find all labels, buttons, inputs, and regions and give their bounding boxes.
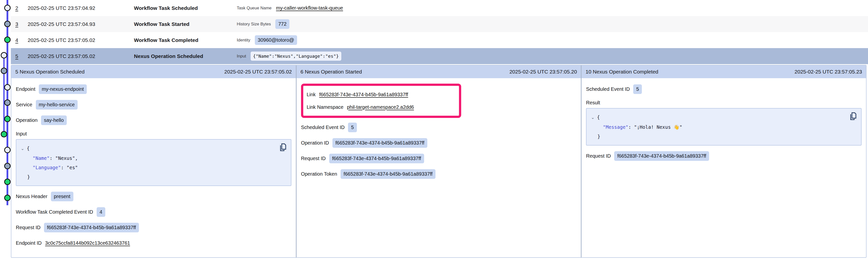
field-label: Nexus Header [16, 194, 48, 199]
nexus-operation-group: 5 Nexus Operation Scheduled 2025-02-25 U… [11, 65, 867, 258]
attribute-label: Identity [237, 38, 250, 43]
timeline-node[interactable] [5, 179, 10, 185]
event-row-5-selected[interactable]: 5 2025-02-25 UTC 23:57:05.02 Nexus Opera… [11, 48, 868, 64]
scheduled-event-id-badge: 5 [633, 84, 642, 94]
workflow-history-view: 2 2025-02-25 UTC 23:57:04.92 Workflow Ta… [0, 0, 868, 260]
attribute-value-badge: {"Name":"Nexus","Language":"es"} [251, 51, 341, 61]
field-result-label: Result [586, 99, 862, 106]
panel-body: Link f665283f-743e-4374-b45b-9a61a89337f… [297, 78, 581, 189]
timeline-node[interactable] [5, 37, 10, 43]
field-label: Workflow Task Completed Event ID [16, 209, 93, 215]
field-scheduled-event-id: Scheduled Event ID 5 [301, 122, 577, 133]
timeline-node[interactable] [5, 163, 10, 169]
event-timestamp: 2025-02-25 UTC 23:57:04.92 [28, 5, 134, 11]
json-sep: : [628, 124, 634, 130]
field-nexus-header: Nexus Header present [16, 191, 291, 202]
event-number-link[interactable]: 4 [15, 37, 28, 43]
panel-header: 10 Nexus Operation Completed 2025-02-25 … [582, 65, 866, 78]
timeline-node[interactable] [5, 147, 10, 153]
attribute-label: Input [237, 54, 246, 59]
event-row-2[interactable]: 2 2025-02-25 UTC 23:57:04.92 Workflow Ta… [11, 0, 868, 16]
event-type-label: Workflow Task Scheduled [134, 5, 237, 11]
timeline-node[interactable] [5, 85, 10, 90]
field-label: Operation ID [301, 140, 329, 146]
event-attribute: History Size Bytes 772 [237, 19, 289, 29]
event-number-link[interactable]: 3 [15, 21, 28, 27]
json-brace: } [27, 174, 30, 180]
operation-token-badge: f665283f-743e-4374-b45b-9a61a89337ff [341, 169, 435, 179]
timeline-node[interactable] [5, 116, 10, 122]
copy-icon [279, 143, 287, 151]
json-value: "es" [66, 165, 78, 170]
timeline-node[interactable] [1, 132, 7, 137]
timeline-node[interactable] [5, 195, 10, 201]
panel-nexus-operation-completed: 10 Nexus Operation Completed 2025-02-25 … [581, 65, 866, 257]
endpoint-id-link[interactable]: 3c0c75ccfa8144b092c13ce632463761 [45, 240, 130, 246]
json-key: "Name" [33, 155, 50, 161]
event-history-rows: 2 2025-02-25 UTC 23:57:04.92 Workflow Ta… [11, 0, 868, 64]
json-line: "Name": "Nexus", [21, 153, 286, 163]
field-request-id: Request ID f665283f-743e-4374-b45b-9a61a… [16, 222, 291, 233]
event-attribute: Identity 30960@totoro@ [237, 35, 297, 45]
event-number-link[interactable]: 5 [15, 53, 28, 59]
link-event-link[interactable]: f665283f-743e-4374-b45b-9a61a89337ff [319, 92, 408, 98]
timeline-node[interactable] [5, 5, 10, 11]
json-line: ⌄{ [591, 112, 857, 122]
field-label: Request ID [16, 225, 40, 230]
field-label: Link Namespace [307, 104, 344, 110]
panel-title: 10 Nexus Operation Completed [586, 69, 658, 75]
copy-button[interactable] [849, 112, 857, 120]
task-queue-link[interactable]: my-caller-workflow-task-queue [276, 5, 343, 11]
attribute-label: History Size Bytes [237, 22, 271, 27]
json-line: ⌄{ [21, 144, 286, 153]
json-brace: { [597, 114, 600, 120]
event-attribute: Input {"Name":"Nexus","Language":"es"} [237, 51, 341, 61]
field-label: Endpoint ID [16, 240, 42, 246]
field-label: Scheduled Event ID [301, 124, 345, 130]
event-number-link[interactable]: 2 [15, 5, 28, 11]
field-label: Request ID [586, 153, 611, 159]
panel-nexus-operation-started: 6 Nexus Operation Started 2025-02-25 UTC… [296, 65, 581, 257]
timeline-node[interactable] [5, 100, 10, 106]
panel-header: 6 Nexus Operation Started 2025-02-25 UTC… [297, 65, 581, 78]
scheduled-event-id-badge: 5 [348, 122, 356, 132]
panel-timestamp: 2025-02-25 UTC 23:57:05.23 [795, 69, 862, 75]
json-line: } [591, 132, 857, 141]
event-row-3[interactable]: 3 2025-02-25 UTC 23:57:04.93 Workflow Ta… [11, 16, 868, 32]
field-label: Request ID [301, 156, 326, 161]
field-input-label: Input [16, 130, 291, 137]
link-namespace-link[interactable]: phil-target-namespace2.a2dd6 [347, 104, 414, 110]
field-link-namespace: Link Namespace phil-target-namespace2.a2… [307, 102, 456, 112]
json-line: "Message": "¡Hola! Nexus 👋" [591, 122, 857, 132]
attribute-value-badge: 30960@totoro@ [255, 35, 297, 45]
field-label: Endpoint [16, 86, 35, 92]
json-key: "Language" [33, 165, 61, 170]
field-operation: Operation say-hello [16, 115, 291, 125]
event-row-4[interactable]: 4 2025-02-25 UTC 23:57:05.02 Workflow Ta… [11, 32, 868, 48]
timeline-node[interactable] [5, 21, 10, 27]
json-sep: : [61, 165, 66, 170]
panel-timestamp: 2025-02-25 UTC 23:57:05.20 [509, 69, 577, 75]
timeline-node[interactable] [1, 68, 7, 74]
service-badge: my-hello-service [36, 100, 78, 110]
panel-header: 5 Nexus Operation Scheduled 2025-02-25 U… [11, 65, 296, 78]
copy-button[interactable] [279, 143, 287, 151]
panel-body: Endpoint my-nexus-endpoint Service my-he… [11, 78, 296, 257]
field-request-id: Request ID f665283f-743e-4374-b45b-9a61a… [586, 150, 862, 161]
collapse-chevron-icon[interactable]: ⌄ [591, 113, 594, 122]
request-id-badge: f665283f-743e-4374-b45b-9a61a89337ff [614, 151, 709, 161]
field-scheduled-event-id: Scheduled Event ID 5 [586, 84, 862, 95]
operation-id-badge: f665283f-743e-4374-b45b-9a61a89337ff [333, 138, 427, 148]
timeline-node[interactable] [1, 52, 7, 58]
json-sep: : [50, 155, 55, 161]
event-timestamp: 2025-02-25 UTC 23:57:05.02 [28, 37, 134, 43]
event-type-label: Workflow Task Completed [134, 37, 237, 43]
field-request-id: Request ID f665283f-743e-4374-b45b-9a61a… [301, 153, 577, 164]
json-key: "Message" [603, 124, 628, 130]
request-id-badge: f665283f-743e-4374-b45b-9a61a89337ff [44, 223, 139, 232]
collapse-chevron-icon[interactable]: ⌄ [21, 144, 24, 153]
panel-nexus-operation-scheduled: 5 Nexus Operation Scheduled 2025-02-25 U… [11, 65, 296, 257]
field-service: Service my-hello-service [16, 99, 291, 110]
result-json-viewer: ⌄{ "Message": "¡Hola! Nexus 👋" } [586, 108, 862, 146]
operation-badge: say-hello [41, 115, 67, 125]
